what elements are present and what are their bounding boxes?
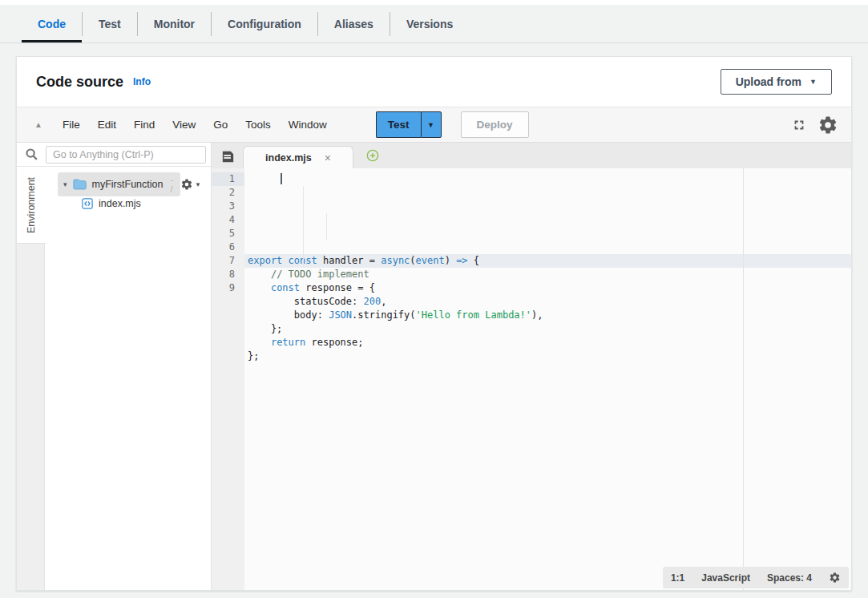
tree-settings-gear-icon[interactable]: ▼ — [180, 178, 201, 191]
test-dropdown-button[interactable]: ▼ — [421, 111, 442, 138]
tree-row-folder[interactable]: ▾ myFirstFunction - / ▼ — [45, 175, 211, 194]
toolbar-right-icons — [792, 115, 843, 135]
line-number[interactable]: 2 — [212, 186, 235, 200]
line-number[interactable]: 4 — [212, 213, 235, 227]
line-number[interactable]: 7 — [212, 254, 235, 268]
line-number[interactable]: 1 — [212, 172, 244, 186]
dock-strip: Environment — [17, 167, 45, 590]
tab-aliases[interactable]: Aliases — [318, 5, 390, 42]
editor-tab-label: index.mjs — [265, 152, 312, 164]
code-line: statusCode: 200, — [244, 295, 851, 309]
chevron-down-icon: ▼ — [427, 121, 434, 129]
folder-selected-pill[interactable]: ▾ myFirstFunction - / — [58, 172, 180, 196]
indent-setting[interactable]: Spaces: 4 — [767, 572, 812, 584]
tree-row-file[interactable]: index.mjs — [45, 194, 211, 213]
sidebar-body: Environment ▾ myFirstFunction - / — [17, 167, 211, 590]
code-source-panel: Code source Info Upload from ▼ ▲ File Ed… — [16, 56, 852, 591]
language-mode[interactable]: JavaScript — [701, 572, 750, 584]
deploy-button[interactable]: Deploy — [461, 111, 529, 138]
code-editor[interactable]: 123456789 export const handler = async(e… — [212, 168, 851, 590]
editor-tab-indexmjs[interactable]: index.mjs × — [243, 146, 353, 168]
menu-file[interactable]: File — [54, 119, 89, 131]
cursor-position[interactable]: 1:1 — [671, 572, 684, 584]
folder-icon — [73, 179, 87, 190]
line-number[interactable]: 8 — [212, 268, 235, 281]
close-icon[interactable]: × — [325, 152, 331, 164]
search-icon — [17, 147, 46, 161]
indent-guide — [326, 213, 327, 240]
line-number[interactable]: 9 — [212, 281, 235, 295]
upload-from-button[interactable]: Upload from ▼ — [721, 69, 832, 95]
menu-go[interactable]: Go — [204, 119, 236, 131]
chevron-down-icon: ▼ — [195, 181, 201, 188]
line-number[interactable]: 6 — [212, 240, 235, 254]
menu-view[interactable]: View — [164, 119, 204, 131]
collapse-panel-icon[interactable]: ▲ — [34, 120, 42, 129]
goto-anything-row — [17, 143, 211, 167]
editor-statusbar: 1:1 JavaScript Spaces: 4 — [663, 567, 849, 588]
tab-configuration[interactable]: Configuration — [212, 5, 317, 42]
line-number[interactable]: 5 — [212, 227, 235, 240]
tab-versions[interactable]: Versions — [390, 5, 469, 42]
js-file-icon — [82, 198, 93, 209]
tab-list-icon[interactable] — [221, 151, 235, 163]
gutter[interactable]: 123456789 — [212, 168, 244, 590]
code-line: // TODO implement — [244, 268, 851, 281]
code-line: const response = { — [244, 281, 851, 295]
editor-pane: index.mjs × 123456789 export const handl… — [211, 143, 851, 590]
chevron-down-icon: ▼ — [809, 78, 817, 86]
test-button[interactable]: Test — [376, 111, 421, 138]
code-lines: export const handler = async(event) => {… — [244, 168, 851, 590]
function-tabs: Code Test Monitor Configuration Aliases … — [0, 5, 868, 43]
sidebar: Environment ▾ myFirstFunction - / — [17, 143, 211, 590]
editor-settings-gear-icon[interactable] — [818, 115, 838, 135]
editor-tabbar: index.mjs × — [212, 143, 851, 168]
folder-path-suffix: - / — [170, 175, 175, 194]
page-title: Code source — [36, 74, 123, 91]
menu-window[interactable]: Window — [280, 119, 336, 131]
code-line — [244, 363, 851, 377]
statusbar-gear-icon[interactable] — [829, 572, 841, 584]
code-line: }; — [244, 350, 851, 363]
folder-name: myFirstFunction — [92, 179, 164, 190]
goto-anything-input[interactable] — [46, 146, 206, 164]
environment-tab[interactable]: Environment — [17, 167, 46, 244]
code-line: return response; — [244, 336, 851, 350]
file-tree: ▾ myFirstFunction - / ▼ — [45, 167, 211, 590]
info-link[interactable]: Info — [133, 76, 151, 87]
fullscreen-icon[interactable] — [792, 118, 806, 132]
menu-edit[interactable]: Edit — [89, 119, 125, 131]
line-number[interactable]: 3 — [212, 200, 235, 213]
panel-header: Code source Info Upload from ▼ — [17, 57, 851, 107]
print-margin — [743, 168, 744, 590]
environment-label: Environment — [26, 176, 37, 232]
code-line: }; — [244, 322, 851, 336]
tab-code[interactable]: Code — [22, 5, 82, 42]
indent-guide — [303, 186, 304, 268]
menu-tools[interactable]: Tools — [236, 119, 280, 131]
file-name: index.mjs — [99, 198, 141, 209]
code-line: export const handler = async(event) => { — [244, 254, 851, 268]
menu-find[interactable]: Find — [125, 119, 164, 131]
tab-test[interactable]: Test — [83, 5, 137, 42]
new-tab-plus-icon[interactable] — [366, 149, 379, 162]
editor-toolbar: ▲ File Edit Find View Go Tools Window Te… — [17, 107, 851, 143]
text-cursor — [281, 173, 282, 184]
tab-monitor[interactable]: Monitor — [138, 5, 211, 42]
chevron-down-icon[interactable]: ▾ — [63, 180, 67, 188]
workspace: Environment ▾ myFirstFunction - / — [17, 143, 851, 590]
code-line: body: JSON.stringify('Hello from Lambda!… — [244, 309, 851, 322]
upload-from-label: Upload from — [736, 75, 801, 88]
run-button-group: Test ▼ Deploy — [376, 111, 529, 138]
